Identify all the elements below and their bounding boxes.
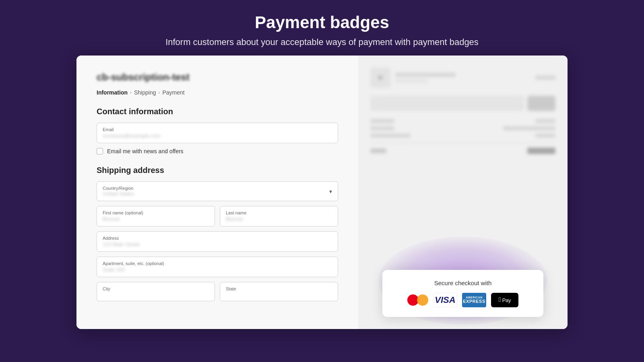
total-row xyxy=(370,142,555,154)
apt-label: Apartment, suite, etc. (optional) xyxy=(103,261,332,266)
mastercard-badge xyxy=(407,293,428,307)
chevron-down-icon: ▾ xyxy=(329,188,332,195)
order-item-price xyxy=(535,76,555,80)
shipping-value xyxy=(503,126,555,130)
city-state-row: City State xyxy=(97,282,338,301)
name-row: First name (optional) Blurred Last name … xyxy=(97,206,338,226)
order-item-details xyxy=(395,73,530,82)
breadcrumb-sep-1: › xyxy=(130,90,132,95)
main-container: cb-subscription-test Information › Shipp… xyxy=(76,56,568,329)
last-name-value: Blurred xyxy=(226,216,332,222)
mc-circle-right xyxy=(417,294,428,306)
visa-text: VISA xyxy=(435,295,455,305)
secure-checkout-text: Secure checkout with xyxy=(394,280,532,286)
payment-badge-card: Secure checkout with VISA AMERICAN EXPRE… xyxy=(382,270,543,317)
promo-button[interactable] xyxy=(527,96,555,111)
apple-logo-icon:  xyxy=(499,296,501,303)
country-select[interactable]: Country/Region United States ▾ xyxy=(97,181,338,201)
state-field[interactable]: State xyxy=(220,282,338,301)
page-subtitle: Inform customers about your acceptable w… xyxy=(165,37,479,47)
apt-field[interactable]: Apartment, suite, etc. (optional) Suite … xyxy=(97,257,338,277)
page-header: Payment badges Inform customers about yo… xyxy=(165,0,479,56)
breadcrumb-payment[interactable]: Payment xyxy=(163,89,185,96)
subtotal-value xyxy=(535,119,555,123)
breadcrumb: Information › Shipping › Payment xyxy=(97,89,338,96)
city-label: City xyxy=(103,286,209,291)
order-summary xyxy=(370,68,555,154)
first-name-field[interactable]: First name (optional) Blurred xyxy=(97,206,215,226)
last-name-field[interactable]: Last name Blurred xyxy=(220,206,338,226)
country-select-inner: Country/Region United States xyxy=(103,186,329,197)
newsletter-checkbox[interactable] xyxy=(97,148,103,154)
amex-text-top: AMERICAN xyxy=(466,296,483,299)
payment-icons: VISA AMERICAN EXPRESS  Pay xyxy=(394,293,532,307)
total-label xyxy=(370,148,386,153)
total-value xyxy=(527,148,555,154)
shipping-line xyxy=(370,126,555,130)
newsletter-label: Email me with news and offers xyxy=(107,148,184,154)
subtotal-label xyxy=(370,119,394,123)
apple-pay-text: Pay xyxy=(502,297,511,303)
address-value: 123 Main Street xyxy=(103,241,332,247)
first-name-value: Blurred xyxy=(103,216,209,222)
apple-pay-badge:  Pay xyxy=(491,293,518,307)
left-panel: cb-subscription-test Information › Shipp… xyxy=(76,56,358,329)
order-item-image xyxy=(370,68,390,88)
amex-badge: AMERICAN EXPRESS xyxy=(462,293,486,307)
estimated-value xyxy=(535,134,555,138)
email-field[interactable]: Email someone@example.com xyxy=(97,123,338,143)
city-field[interactable]: City xyxy=(97,282,215,301)
estimated-label xyxy=(370,134,411,138)
visa-badge: VISA xyxy=(433,293,457,307)
promo-input[interactable] xyxy=(370,96,524,111)
amex-text-main: EXPRESS xyxy=(463,299,485,304)
email-label: Email xyxy=(103,127,332,132)
order-item xyxy=(370,68,555,88)
state-label: State xyxy=(226,286,332,291)
country-label: Country/Region xyxy=(103,186,329,191)
email-value: someone@example.com xyxy=(103,133,332,139)
apt-value: Suite 100 xyxy=(103,267,332,273)
shipping-label xyxy=(370,126,394,130)
breadcrumb-information[interactable]: Information xyxy=(97,89,128,96)
address-label: Address xyxy=(103,236,332,241)
promo-row xyxy=(370,96,555,111)
estimated-line xyxy=(370,134,555,138)
store-name: cb-subscription-test xyxy=(97,72,338,83)
last-name-label: Last name xyxy=(226,210,332,215)
address-field[interactable]: Address 123 Main Street xyxy=(97,231,338,252)
subtotal-line xyxy=(370,119,555,123)
order-item-sub xyxy=(395,79,427,82)
country-value: United States xyxy=(103,191,329,197)
first-name-label: First name (optional) xyxy=(103,210,209,215)
breadcrumb-shipping[interactable]: Shipping xyxy=(134,89,156,96)
contact-section-title: Contact information xyxy=(97,107,338,116)
page-title: Payment badges xyxy=(165,13,479,32)
shipping-section-title: Shipping address xyxy=(97,166,338,175)
breadcrumb-sep-2: › xyxy=(159,90,160,95)
newsletter-checkbox-row: Email me with news and offers xyxy=(97,148,338,154)
order-item-name xyxy=(395,73,456,77)
right-panel: Secure checkout with VISA AMERICAN EXPRE… xyxy=(358,56,568,329)
